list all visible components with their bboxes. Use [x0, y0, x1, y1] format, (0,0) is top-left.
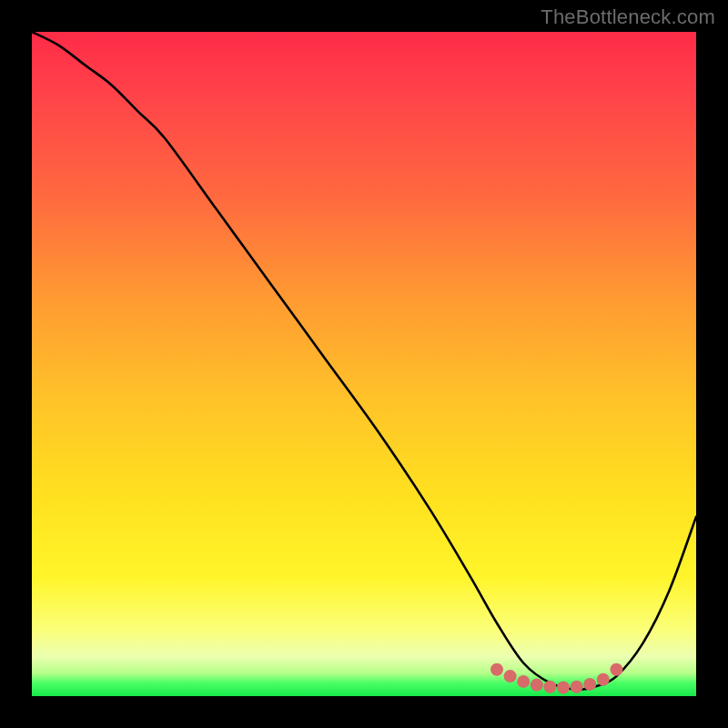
marker-dot — [504, 670, 517, 682]
marker-dot — [543, 681, 556, 693]
marker-dot — [517, 675, 530, 688]
marker-dot — [583, 678, 596, 691]
chart-svg — [32, 32, 696, 696]
marker-dot — [490, 663, 503, 676]
marker-dot — [597, 673, 610, 686]
chart-frame: TheBottleneck.com — [0, 0, 728, 728]
marker-cluster — [490, 663, 622, 694]
marker-dot — [557, 682, 570, 694]
watermark-text: TheBottleneck.com — [541, 5, 715, 29]
marker-dot — [571, 681, 583, 693]
curve-line — [32, 32, 696, 690]
marker-dot — [610, 663, 622, 676]
marker-dot — [531, 679, 543, 692]
plot-area — [32, 32, 696, 696]
